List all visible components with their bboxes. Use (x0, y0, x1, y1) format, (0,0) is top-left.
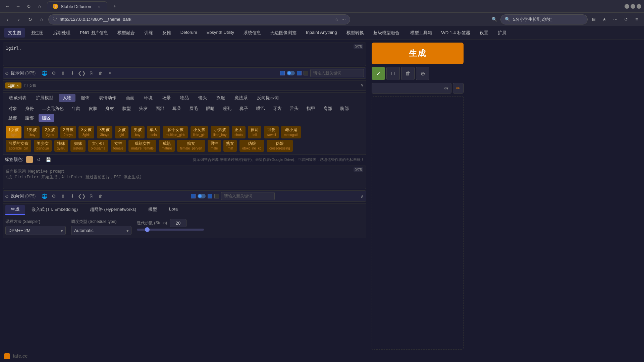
nav-ebsynth[interactable]: Ebsynth Utility (203, 28, 238, 38)
prompt-section-collapse[interactable]: ⊙ (5, 71, 9, 76)
tag-btn-3boys[interactable]: 3男孩3boys (97, 126, 113, 138)
bottom-tab-model[interactable]: 模型 (143, 205, 162, 215)
back-button[interactable]: ← (3, 2, 12, 11)
subcat-eyebrows[interactable]: 眉毛 (186, 105, 201, 113)
subcat-body[interactable]: 身材 (102, 105, 117, 113)
address-bar[interactable]: 🛡 http://127.0.0.1:7860/?__theme=dark ☆ … (48, 14, 350, 24)
gear-icon[interactable]: ⚙ (50, 69, 58, 77)
toggle-check-3[interactable] (304, 71, 308, 75)
tag-btn-3girls[interactable]: 3女孩3girls (78, 126, 94, 138)
nav-postprocess[interactable]: 后期处理 (49, 28, 74, 38)
refresh-button[interactable]: ↻ (24, 2, 34, 11)
nav-interrogate[interactable]: 反推 (158, 28, 175, 38)
subcat-legs[interactable]: 腿区 (39, 114, 54, 122)
cat-tab-environment[interactable]: 环境 (140, 94, 157, 102)
neg-copy-icon[interactable]: ⎘ (87, 192, 95, 200)
prompt-section-label[interactable]: 提示词 (3/75) (11, 70, 36, 76)
action-trash-button[interactable]: 🗑 (401, 67, 415, 80)
more-options-icon[interactable]: ⋯ (341, 17, 346, 22)
style-edit-button[interactable]: ✏ (453, 83, 464, 94)
neg-toggle-check-3[interactable] (214, 194, 219, 198)
bottom-tab-hypernetwork[interactable]: 超网络 (Hypernetworks) (85, 205, 142, 215)
tag-chip-close[interactable]: × (17, 83, 19, 87)
tag-btn-little-girl[interactable]: 小女孩little_girl (191, 126, 208, 138)
tag-btn-milf[interactable]: 熟女milf (223, 140, 237, 152)
nav-super-merge[interactable]: 超级模型融合 (369, 28, 404, 38)
neg-copy-up-icon[interactable]: ⬆ (59, 192, 67, 200)
positive-prompt-input[interactable]: 1girl, (3, 43, 366, 65)
neg-toggle-check-2[interactable] (208, 194, 212, 198)
tag-btn-1boy[interactable]: 1男孩1boy (24, 126, 40, 138)
subcat-eyes[interactable]: 眼睛 (203, 105, 218, 113)
nav-forward-button[interactable]: › (14, 15, 23, 24)
generate-button[interactable]: 生成 (372, 43, 464, 64)
tag-btn-2boys[interactable]: 2男孩2boys (60, 126, 76, 138)
tag-btn-boy[interactable]: 男孩boy (131, 126, 145, 138)
bottom-tab-embedding[interactable]: 嵌入式 (T.I. Embedding) (26, 205, 83, 215)
magic-icon[interactable]: ✦ (106, 69, 114, 77)
nav-sysinfo[interactable]: 系统信息 (239, 28, 265, 38)
tag-btn-2girls[interactable]: 2女孩2girls (42, 126, 58, 138)
tag-btn-solo[interactable]: 单人solo (147, 126, 160, 138)
toggle-dot-1[interactable] (287, 71, 295, 75)
toggle-check-2[interactable] (297, 71, 302, 75)
action-square-button[interactable]: □ (386, 67, 400, 80)
cat-tab-camera[interactable]: 镜头 (194, 94, 211, 102)
neg-section-collapse[interactable]: ⊙ (5, 194, 9, 199)
cat-tab-clothing[interactable]: 服饰 (77, 94, 94, 102)
subcat-nails[interactable]: 指甲 (303, 105, 319, 113)
cat-tab-items[interactable]: 物品 (176, 94, 193, 102)
home-button[interactable]: ⌂ (35, 2, 44, 11)
tab-close-button[interactable]: × (96, 4, 102, 9)
subcat-face-shape[interactable]: 脸型 (119, 105, 134, 113)
nav-infinite-image[interactable]: 无边图像浏览 (266, 28, 301, 38)
window-close-button[interactable] (637, 4, 641, 9)
color-reset-icon[interactable]: ↺ (36, 156, 42, 163)
nav-settings[interactable]: 设置 (476, 28, 492, 38)
nav-extensions[interactable]: 扩展 (494, 28, 511, 38)
cat-tab-location[interactable]: 场景 (158, 94, 175, 102)
brackets-icon[interactable]: ❮❯ (78, 69, 86, 77)
globe-icon[interactable]: 🌐 (40, 69, 48, 77)
subcat-mouth[interactable]: 嘴巴 (253, 105, 268, 113)
negative-prompt-input[interactable] (3, 166, 366, 188)
neg-toggle-dot-1[interactable] (198, 194, 206, 198)
nav-train[interactable]: 训练 (140, 28, 157, 38)
action-check-button[interactable]: ✓ (372, 67, 385, 80)
search-bar[interactable]: 🔍 5名小学生捡到2岁娃 (500, 14, 588, 24)
copy-up-icon[interactable]: ⬆ (59, 69, 67, 77)
browser-more-button[interactable]: ⋯ (610, 15, 620, 24)
nav-model-convert[interactable]: 模型转换 (342, 28, 368, 38)
color-swatch[interactable] (26, 156, 33, 163)
cat-tab-negative[interactable]: 反向提示词 (253, 94, 283, 102)
neg-section-label[interactable]: 反向词 (0/75) (11, 193, 36, 199)
schedule-select[interactable]: Automatic Karras Exponential (71, 226, 131, 235)
subcat-subject[interactable]: 对象 (5, 105, 20, 113)
nav-back-button[interactable]: ‹ (3, 15, 12, 24)
tag-btn-crossdressing[interactable]: 伪娘crossdressing (267, 140, 293, 152)
tag-btn-otoko-no-ko[interactable]: 伪娘otoko_no_ko (239, 140, 264, 152)
nav-deforum[interactable]: Deforum (176, 28, 201, 38)
profile-button[interactable]: ⊞ (589, 15, 598, 24)
tag-btn-adorable-girl[interactable]: 可爱的女孩adorable_girl (6, 140, 31, 152)
subcat-abdomen[interactable]: 腹部 (22, 114, 37, 122)
subcat-2d-char[interactable]: 二次元角色 (39, 105, 67, 113)
neg-collapse-arrow[interactable]: ∧ (361, 194, 364, 199)
subcat-shoulders[interactable]: 肩部 (320, 105, 335, 113)
subcat-nose[interactable]: 鼻子 (236, 105, 252, 113)
tag-btn-mesugaki[interactable]: 雌小鬼mesugaki (281, 126, 301, 138)
menu-button[interactable]: ≡ (632, 15, 641, 24)
nav-txt2img[interactable]: 文生图 (4, 28, 25, 38)
tag-btn-multiple-girls[interactable]: 多个女孩multiple_girls (163, 126, 188, 138)
tag-btn-mature-female[interactable]: 成熟女性mature_female (128, 140, 156, 152)
nav-model-toolbox[interactable]: 模型工具箱 (406, 28, 436, 38)
window-minimize-button[interactable] (625, 4, 629, 9)
neg-toggle-check-1[interactable] (191, 194, 196, 198)
tag-btn-loli[interactable]: 萝莉loli (248, 126, 261, 138)
nav-img2img[interactable]: 图生图 (26, 28, 48, 38)
tag-btn-girl[interactable]: 女孩girl (115, 126, 128, 138)
trash-icon[interactable]: 🗑 (97, 69, 105, 77)
tag-btn-kawaii[interactable]: 可爱kawaii (264, 126, 279, 138)
toggle-check-1[interactable] (280, 71, 285, 75)
cat-tab-favorites[interactable]: 收藏列表 (5, 94, 31, 102)
